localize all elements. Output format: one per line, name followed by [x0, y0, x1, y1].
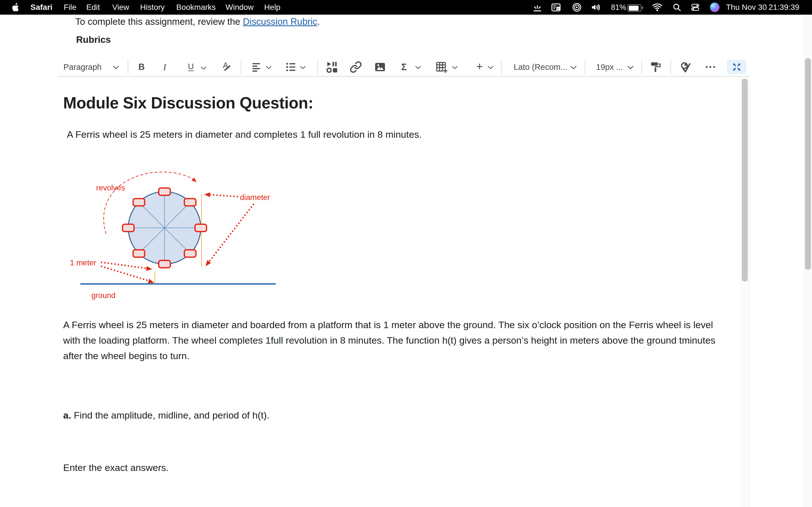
revolves-label: revolves — [96, 183, 125, 192]
intro-period: . — [317, 16, 320, 27]
editor-scrollbar-thumb[interactable] — [742, 78, 748, 282]
battery-icon[interactable] — [627, 4, 642, 12]
insert-image-button[interactable] — [374, 61, 386, 73]
table-chevron-down-icon[interactable] — [452, 66, 458, 69]
toolbar-divider — [128, 60, 128, 74]
link-button[interactable] — [350, 61, 362, 73]
font-family-dropdown[interactable]: Lato (Recom... — [514, 62, 567, 72]
body-paragraph: A Ferris wheel is 25 meters in diameter … — [63, 317, 726, 363]
menu-app-name[interactable]: Safari — [31, 0, 52, 15]
wifi-icon[interactable] — [652, 3, 663, 12]
one-meter-label: 1 meter — [70, 258, 96, 267]
equation-button[interactable]: Σ — [401, 62, 407, 72]
discussion-rubric-link[interactable]: Discussion Rubric — [243, 16, 317, 27]
menubar-date[interactable]: Thu Nov 30 — [726, 0, 767, 15]
insert-stuff-button[interactable] — [325, 61, 338, 73]
macos-menu-bar: Safari File Edit View History Bookmarks … — [0, 0, 812, 15]
fullscreen-button[interactable] — [727, 60, 746, 74]
apple-menu-icon[interactable] — [11, 3, 20, 12]
align-button[interactable] — [251, 61, 263, 73]
insert-more-button[interactable]: + — [476, 60, 483, 73]
ferris-wheel-diagram[interactable]: revolves — [56, 166, 296, 307]
underline-button[interactable]: U — [188, 62, 194, 71]
siri-icon[interactable] — [710, 3, 719, 12]
menu-history[interactable]: History — [140, 0, 165, 15]
menu-edit[interactable]: Edit — [86, 0, 100, 15]
toolbar-divider — [670, 60, 671, 74]
font-family-chevron-down-icon[interactable] — [570, 66, 576, 69]
page-scrollbar-thumb[interactable] — [805, 58, 811, 270]
insert-table-button[interactable] — [435, 61, 448, 73]
format-chevron-down-icon[interactable] — [113, 66, 119, 69]
font-size-chevron-down-icon[interactable] — [627, 66, 633, 69]
search-icon[interactable] — [672, 3, 682, 12]
input-menu-icon[interactable] — [551, 3, 561, 12]
control-center-icon[interactable] — [690, 3, 700, 12]
format-painter-button[interactable] — [649, 61, 662, 73]
ground-label: ground — [91, 291, 116, 300]
menu-view[interactable]: View — [112, 0, 129, 15]
underline-chevron-down-icon[interactable] — [201, 66, 206, 70]
italic-button[interactable]: I — [163, 62, 166, 72]
format-dropdown[interactable]: Paragraph — [63, 62, 101, 72]
toolbar-divider — [317, 60, 318, 74]
accessibility-checker-button[interactable] — [679, 61, 692, 73]
closing-line: Enter the exact answers. — [63, 462, 168, 473]
assignment-intro-line: To complete this assignment, review the … — [75, 16, 320, 27]
menu-bookmarks[interactable]: Bookmarks — [176, 0, 216, 15]
discussion-title: Module Six Discussion Question: — [63, 94, 313, 112]
lead-sentence: A Ferris wheel is 25 meters in diameter … — [67, 129, 422, 140]
item-a-marker: a. — [63, 410, 71, 420]
align-chevron-down-icon[interactable] — [266, 66, 271, 69]
menu-window[interactable]: Window — [225, 0, 254, 15]
bullet-list-button[interactable] — [285, 61, 297, 73]
plus-chevron-down-icon[interactable] — [488, 66, 493, 69]
volume-icon[interactable] — [590, 3, 602, 12]
item-a-text: Find the amplitude, midline, and period … — [71, 410, 269, 420]
menu-file[interactable]: File — [64, 0, 77, 15]
font-size-dropdown[interactable]: 19px ... — [596, 62, 623, 72]
toolbar-divider — [241, 60, 241, 74]
menubar-time[interactable]: 21:39:39 — [769, 0, 799, 15]
equation-chevron-down-icon[interactable] — [415, 66, 421, 69]
diameter-label: diameter — [240, 193, 270, 202]
toolbar-bottom-border — [58, 76, 749, 76]
menu-help[interactable]: Help — [264, 0, 281, 15]
list-chevron-down-icon[interactable] — [300, 66, 306, 69]
keyboard-brightness-icon[interactable] — [532, 3, 543, 12]
more-actions-button[interactable]: ••• — [705, 63, 717, 71]
expand-arrows-icon — [732, 62, 742, 72]
font-color-button[interactable]: A — [219, 61, 232, 73]
bold-button[interactable]: B — [139, 62, 145, 72]
screen-mirroring-icon[interactable] — [571, 3, 582, 12]
toolbar-divider — [501, 60, 502, 74]
battery-percent: 81% — [611, 0, 626, 15]
rubrics-heading: Rubrics — [76, 34, 111, 45]
item-a-line: a. Find the amplitude, midline, and peri… — [63, 410, 269, 421]
toolbar-divider — [642, 60, 642, 74]
toolbar-divider — [585, 60, 585, 74]
intro-text: To complete this assignment, review the — [75, 16, 243, 27]
